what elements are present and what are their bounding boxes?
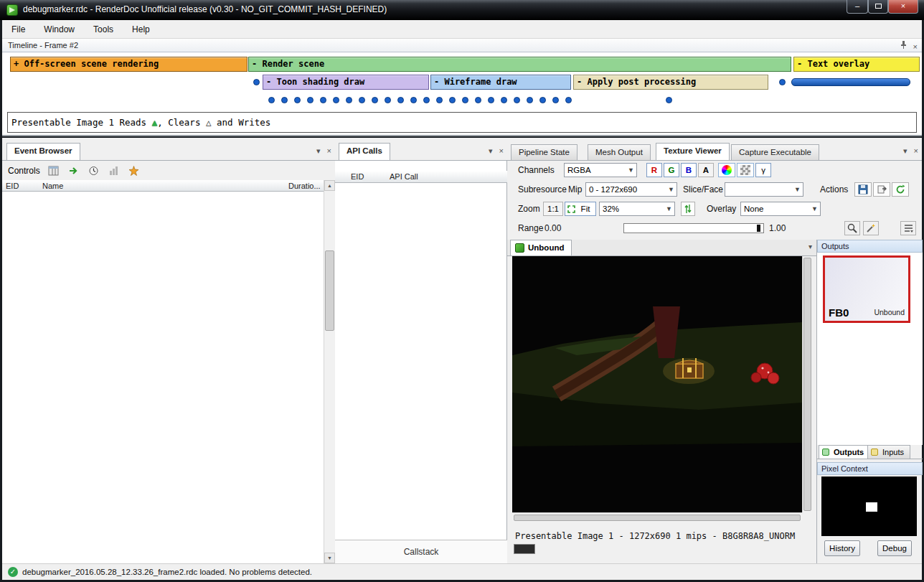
range-slider[interactable] (623, 223, 764, 233)
zoom-select[interactable]: 32%▼ (599, 202, 675, 216)
texture-tab-unbound[interactable]: Unbound (510, 240, 572, 255)
event-dot[interactable] (501, 97, 507, 103)
panel-menu-icon[interactable]: ▾ (316, 146, 321, 156)
tab-event-browser[interactable]: Event Browser (6, 143, 80, 160)
channel-r-button[interactable]: R (646, 163, 662, 177)
bookmark-icon[interactable] (128, 164, 141, 177)
event-dot[interactable] (779, 79, 786, 85)
event-dot[interactable] (423, 97, 430, 103)
panel-close-icon[interactable]: × (327, 146, 331, 156)
scroll-up-icon[interactable]: ▲ (324, 180, 335, 191)
slice-face-select[interactable]: ▼ (725, 182, 803, 197)
panel-close-icon[interactable]: × (499, 146, 504, 156)
event-dot[interactable] (449, 97, 456, 103)
event-dot[interactable] (268, 97, 275, 103)
timeline-bar-text-overlay[interactable]: - Text overlay (793, 57, 920, 72)
timeline-bar-overlay-draw[interactable] (791, 78, 910, 86)
channel-a-button[interactable]: A (698, 163, 714, 177)
timeline-bar-offscreen[interactable]: + Off-screen scene rendering (10, 57, 248, 72)
save-button[interactable] (854, 182, 872, 197)
event-dot[interactable] (397, 97, 404, 103)
pixel-context-view[interactable] (821, 477, 917, 536)
panel-menu-icon[interactable]: ▾ (903, 146, 908, 156)
alpha-background-button[interactable] (737, 163, 754, 177)
event-dot[interactable] (462, 97, 468, 103)
event-dot[interactable] (436, 97, 443, 103)
menu-window[interactable]: Window (34, 22, 84, 37)
channels-select[interactable]: RGBA▼ (564, 163, 637, 177)
statistics-icon[interactable] (108, 164, 121, 177)
gamma-button[interactable]: γ (755, 163, 771, 177)
autofit-range-button[interactable] (863, 221, 879, 235)
zoom-1to1-button[interactable]: 1:1 (543, 202, 563, 216)
tab-api-calls[interactable]: API Calls (339, 143, 390, 160)
minimize-button[interactable]: – (847, 0, 868, 14)
event-dot[interactable] (539, 97, 546, 103)
callstack-section[interactable]: Callstack (335, 540, 507, 563)
tab-inputs[interactable]: Inputs (867, 445, 910, 459)
tab-list-chevron-icon[interactable]: ▾ (808, 243, 812, 250)
tab-outputs[interactable]: Outputs (819, 445, 870, 459)
event-dot[interactable] (253, 79, 260, 85)
debug-button[interactable]: Debug (877, 540, 912, 556)
event-browser-scrollbar[interactable]: ▲ ▼ (324, 180, 335, 563)
timeline-close-icon[interactable]: × (913, 40, 918, 53)
tab-mesh-output[interactable]: Mesh Output (588, 144, 651, 160)
tab-capture-executable[interactable]: Capture Executable (731, 144, 819, 160)
export-button[interactable] (873, 182, 890, 197)
history-button[interactable]: History (824, 540, 860, 556)
tab-pipeline-state[interactable]: Pipeline State (511, 144, 578, 160)
event-dot[interactable] (488, 97, 494, 103)
event-dot[interactable] (307, 97, 314, 103)
scrollbar-thumb[interactable] (325, 250, 334, 331)
event-dot[interactable] (359, 97, 365, 103)
zoom-range-button[interactable] (844, 221, 860, 235)
event-dot[interactable] (410, 97, 417, 103)
range-slider-handle[interactable] (757, 225, 760, 232)
close-button[interactable]: × (888, 0, 918, 14)
maximize-button[interactable] (868, 0, 888, 14)
overlay-select[interactable]: None▼ (740, 202, 821, 216)
range-options-button[interactable] (900, 221, 916, 235)
fb0-thumbnail[interactable]: FB0 Unbound (823, 255, 910, 323)
background-color-button[interactable] (718, 163, 735, 177)
event-dot[interactable] (320, 97, 326, 103)
event-dot[interactable] (475, 97, 481, 103)
event-dot[interactable] (385, 97, 391, 103)
mip-select[interactable]: 0 - 1272x690▼ (585, 182, 677, 197)
menu-tools[interactable]: Tools (84, 22, 123, 37)
fb0-label: FB0 (829, 306, 849, 319)
scrollbar-thumb[interactable] (514, 515, 801, 521)
time-durations-icon[interactable] (88, 164, 100, 177)
viewport-vscrollbar[interactable] (802, 256, 812, 512)
channel-g-button[interactable]: G (664, 163, 679, 177)
event-dot[interactable] (333, 97, 339, 103)
panel-close-icon[interactable]: × (914, 146, 918, 156)
zoom-fit-button[interactable]: Fit (565, 202, 596, 216)
event-dot[interactable] (527, 97, 533, 103)
viewport-hscrollbar[interactable] (512, 512, 802, 522)
event-dot[interactable] (666, 97, 672, 103)
scrollbar-thumb[interactable] (803, 258, 811, 511)
columns-icon[interactable] (47, 164, 60, 177)
event-dot[interactable] (372, 97, 378, 103)
event-dot[interactable] (552, 97, 559, 103)
menu-file[interactable]: File (2, 22, 34, 37)
menu-help[interactable]: Help (123, 22, 159, 37)
channel-b-button[interactable]: B (681, 163, 697, 177)
scroll-down-icon[interactable]: ▼ (324, 553, 335, 563)
texture-viewport[interactable] (512, 256, 802, 512)
event-dot[interactable] (346, 97, 352, 103)
event-dot[interactable] (294, 97, 301, 103)
panel-menu-icon[interactable]: ▾ (489, 146, 493, 156)
event-dot[interactable] (514, 97, 520, 103)
goto-eid-icon[interactable] (67, 164, 80, 177)
pin-icon[interactable] (900, 40, 908, 49)
event-dot[interactable] (565, 97, 572, 103)
refresh-button[interactable] (892, 182, 909, 197)
event-dot[interactable] (281, 97, 288, 103)
fit-icon (567, 205, 575, 213)
timeline-bar-render-scene[interactable]: - Render scene (248, 57, 791, 72)
flip-y-button[interactable] (681, 202, 695, 216)
tab-texture-viewer[interactable]: Texture Viewer (656, 143, 730, 160)
